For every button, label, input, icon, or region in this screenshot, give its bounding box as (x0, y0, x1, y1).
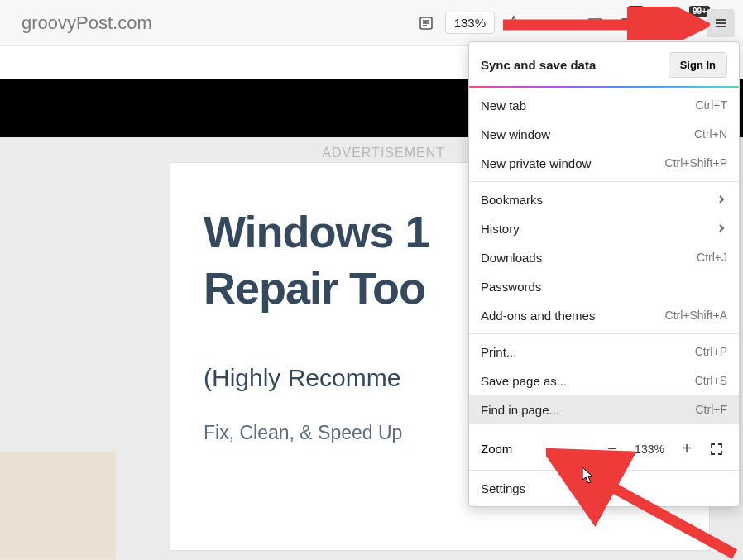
sidebar-thumbnail (0, 452, 116, 559)
svg-point-5 (683, 17, 695, 29)
chevron-right-icon (716, 194, 727, 205)
bookmark-star-icon[interactable] (500, 9, 528, 37)
menu-print[interactable]: Print... Ctrl+P (469, 337, 739, 366)
reader-mode-icon[interactable] (412, 9, 440, 37)
menu-separator (469, 333, 739, 334)
extension-icon-2[interactable] (644, 9, 672, 37)
pocket-icon[interactable] (581, 9, 609, 37)
menu-save-page[interactable]: Save page as... Ctrl+S (469, 366, 739, 395)
menu-separator (469, 470, 739, 471)
zoom-label: Zoom (481, 442, 512, 456)
address-bar-text[interactable]: groovyPost.com (7, 12, 152, 34)
extension-icon-1[interactable]: 10 (612, 9, 640, 37)
cursor-pointer-icon (582, 467, 596, 484)
menu-settings[interactable]: Settings (469, 474, 739, 503)
zoom-indicator[interactable]: 133% (445, 12, 495, 34)
menu-new-private-window[interactable]: New private window Ctrl+Shift+P (469, 149, 739, 178)
signin-button[interactable]: Sign In (669, 52, 727, 78)
rainbow-separator (469, 86, 739, 88)
menu-separator (469, 181, 739, 182)
application-menu: Sync and save data Sign In New tab Ctrl+… (468, 41, 740, 507)
menu-new-tab[interactable]: New tab Ctrl+T (469, 91, 739, 120)
hamburger-menu-icon[interactable] (707, 9, 735, 37)
sync-section: Sync and save data Sign In (469, 42, 739, 86)
zoom-value: 133% (631, 443, 668, 456)
zoom-in-button[interactable]: + (676, 438, 697, 460)
svg-rect-4 (621, 18, 631, 28)
browser-toolbar: groovyPost.com 133% 10 99+ (0, 0, 743, 46)
menu-zoom-row: Zoom − 133% + (469, 432, 739, 467)
chevron-right-icon (716, 223, 727, 234)
extension-icon-3[interactable]: 99+ (675, 9, 703, 37)
menu-separator (469, 428, 739, 428)
sync-label: Sync and save data (481, 58, 596, 72)
fullscreen-icon[interactable] (706, 438, 727, 460)
extension-badge-1: 10 (628, 6, 644, 17)
menu-find-in-page[interactable]: Find in page... Ctrl+F (469, 395, 739, 424)
menu-history[interactable]: History (469, 214, 739, 243)
menu-bookmarks[interactable]: Bookmarks (469, 185, 739, 214)
menu-addons[interactable]: Add-ons and themes Ctrl+Shift+A (469, 301, 739, 330)
menu-passwords[interactable]: Passwords (469, 272, 739, 301)
menu-downloads[interactable]: Downloads Ctrl+J (469, 243, 739, 272)
zoom-out-button[interactable]: − (602, 438, 623, 460)
menu-new-window[interactable]: New window Ctrl+N (469, 120, 739, 149)
